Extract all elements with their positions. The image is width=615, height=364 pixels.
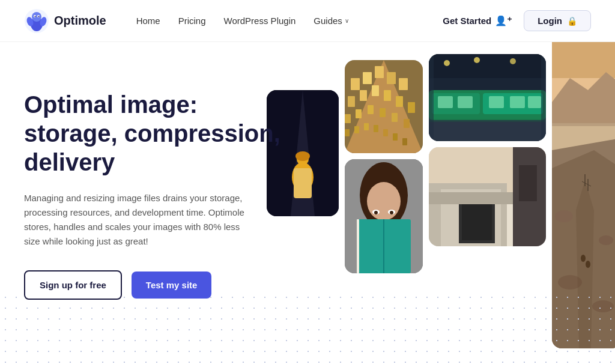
guides-chevron-icon: ∨ bbox=[345, 17, 349, 24]
svg-rect-26 bbox=[408, 102, 415, 113]
svg-rect-50 bbox=[357, 219, 359, 273]
hero-content: Optimal image: storage, compression, del… bbox=[24, 78, 282, 300]
svg-rect-35 bbox=[364, 123, 369, 130]
hero-title: Optimal image: storage, compression, del… bbox=[24, 90, 282, 177]
header-actions: Get Started 👤⁺ Login 🔒 bbox=[443, 10, 591, 31]
hero-description: Managing and resizing image files drains… bbox=[24, 191, 252, 249]
svg-rect-31 bbox=[392, 113, 398, 122]
svg-rect-21 bbox=[348, 96, 355, 107]
lock-icon: 🔒 bbox=[567, 16, 577, 26]
svg-rect-28 bbox=[356, 109, 362, 118]
svg-point-86 bbox=[586, 261, 590, 268]
svg-point-2 bbox=[32, 12, 41, 22]
navigation: Home Pricing WordPress Plugin Guides ∨ bbox=[136, 16, 443, 26]
test-site-button[interactable]: Test my site bbox=[132, 271, 212, 299]
login-button[interactable]: Login 🔒 bbox=[524, 10, 591, 31]
svg-rect-61 bbox=[458, 96, 473, 108]
svg-point-54 bbox=[474, 57, 480, 63]
svg-point-43 bbox=[367, 182, 401, 220]
hero-image-woman-book bbox=[345, 159, 423, 273]
svg-rect-24 bbox=[384, 90, 391, 101]
nav-guides[interactable]: Guides ∨ bbox=[314, 16, 349, 26]
svg-rect-62 bbox=[489, 96, 504, 108]
svg-point-46 bbox=[374, 211, 378, 214]
nav-wordpress-plugin[interactable]: WordPress Plugin bbox=[224, 16, 296, 26]
svg-rect-67 bbox=[541, 54, 546, 141]
dots-background-pattern bbox=[0, 292, 615, 364]
svg-rect-37 bbox=[383, 129, 388, 136]
svg-rect-17 bbox=[363, 72, 372, 84]
svg-point-87 bbox=[555, 210, 573, 222]
svg-rect-18 bbox=[375, 66, 384, 78]
hero-section: Optimal image: storage, compression, del… bbox=[0, 42, 615, 364]
svg-point-55 bbox=[510, 58, 516, 64]
svg-rect-65 bbox=[429, 119, 546, 122]
svg-rect-60 bbox=[438, 96, 453, 108]
hero-buttons: Sign up for free Test my site bbox=[24, 270, 282, 300]
svg-rect-38 bbox=[393, 133, 398, 141]
svg-point-47 bbox=[390, 211, 393, 214]
get-started-button[interactable]: Get Started 👤⁺ bbox=[443, 15, 512, 26]
nav-pricing[interactable]: Pricing bbox=[178, 16, 206, 26]
hero-image-train bbox=[429, 54, 546, 141]
svg-rect-20 bbox=[399, 78, 408, 90]
nav-home[interactable]: Home bbox=[136, 16, 160, 26]
svg-rect-34 bbox=[354, 126, 359, 133]
svg-rect-22 bbox=[360, 90, 367, 101]
svg-rect-16 bbox=[351, 78, 360, 90]
svg-point-5 bbox=[35, 16, 36, 17]
svg-rect-76 bbox=[519, 165, 537, 201]
svg-point-11 bbox=[292, 162, 314, 192]
svg-rect-52 bbox=[429, 54, 546, 78]
header: Optimole Home Pricing WordPress Plugin G… bbox=[0, 0, 615, 42]
hero-image-architecture bbox=[429, 147, 546, 246]
svg-rect-64 bbox=[528, 96, 541, 108]
svg-point-89 bbox=[558, 275, 582, 290]
signup-button[interactable]: Sign up for free bbox=[24, 270, 122, 300]
svg-point-6 bbox=[38, 16, 40, 17]
svg-rect-23 bbox=[372, 85, 379, 96]
logo[interactable]: Optimole bbox=[24, 8, 106, 34]
svg-rect-19 bbox=[387, 72, 396, 84]
svg-rect-36 bbox=[374, 125, 378, 132]
svg-point-53 bbox=[444, 60, 450, 66]
logo-icon bbox=[24, 8, 49, 34]
svg-rect-30 bbox=[380, 108, 386, 117]
svg-rect-66 bbox=[429, 54, 434, 141]
svg-point-85 bbox=[581, 255, 586, 262]
svg-point-13 bbox=[295, 151, 310, 161]
svg-point-88 bbox=[599, 235, 613, 245]
svg-rect-29 bbox=[368, 105, 374, 114]
svg-rect-33 bbox=[345, 129, 350, 136]
svg-rect-27 bbox=[345, 114, 351, 123]
logo-text: Optimole bbox=[54, 14, 106, 28]
svg-rect-25 bbox=[396, 96, 403, 107]
hero-image-building bbox=[345, 60, 423, 153]
svg-rect-73 bbox=[462, 198, 492, 240]
svg-rect-39 bbox=[402, 138, 407, 145]
svg-rect-32 bbox=[404, 119, 410, 128]
svg-rect-63 bbox=[510, 96, 525, 108]
person-add-icon: 👤⁺ bbox=[495, 15, 512, 26]
